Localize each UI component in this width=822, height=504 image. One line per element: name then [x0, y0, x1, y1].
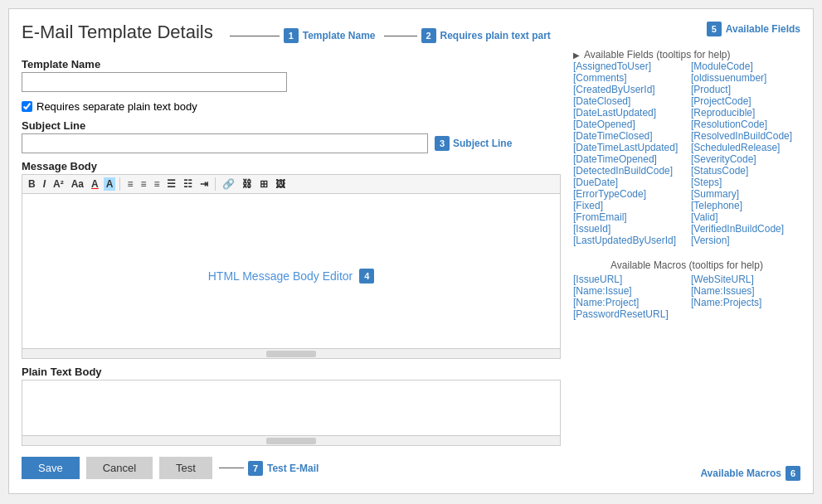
available-macros-link[interactable]: Available Macros: [700, 468, 781, 479]
toolbar-image[interactable]: 🖼: [273, 177, 288, 191]
field-DateLastUpdated[interactable]: [DateLastUpdated]: [573, 107, 683, 119]
field-DetectedInBuildCode[interactable]: [DetectedInBuildCode]: [573, 165, 683, 177]
toolbar-bold[interactable]: B: [26, 177, 38, 191]
plain-text-label: Plain Text Body: [22, 366, 561, 378]
macro-PasswordResetURL[interactable]: [PasswordResetURL]: [573, 308, 683, 320]
field-Version[interactable]: [Version]: [691, 235, 800, 246]
fields-grid: [AssignedToUser] [Comments] [CreatedByUs…: [573, 61, 800, 246]
field-AssignedToUser[interactable]: [AssignedToUser]: [573, 61, 683, 72]
toolbar-sep-1: [119, 177, 120, 191]
toolbar-fontcolor[interactable]: A: [89, 177, 101, 191]
available-fields-title: Available Fields (tooltips for help): [584, 49, 731, 61]
callout-label-5: Available Fields: [726, 23, 800, 35]
field-VerifiedInBuildCode[interactable]: [VerifiedInBuildCode]: [691, 223, 800, 235]
plain-text-checkbox[interactable]: [22, 101, 32, 112]
field-Summary[interactable]: [Summary]: [691, 188, 800, 200]
callout-badge-7: 7: [248, 461, 263, 476]
macro-NameIssues[interactable]: [Name:Issues]: [691, 285, 800, 297]
macro-NameProject[interactable]: [Name:Project]: [573, 297, 683, 308]
available-fields-section: ▶ Available Fields (tooltips for help) […: [573, 45, 800, 246]
message-body-editor[interactable]: HTML Message Body Editor 4: [22, 193, 561, 359]
template-name-input[interactable]: [22, 72, 287, 92]
toolbar-link[interactable]: 🔗: [220, 177, 237, 191]
toolbar-fontsize[interactable]: Aa: [69, 177, 86, 191]
test-button[interactable]: Test: [159, 457, 212, 479]
fields-col1: [AssignedToUser] [Comments] [CreatedByUs…: [573, 61, 683, 246]
field-FromEmail[interactable]: [FromEmail]: [573, 211, 683, 223]
callout-label-3: Subject Line: [453, 138, 512, 149]
field-Fixed[interactable]: [Fixed]: [573, 200, 683, 211]
message-body-label: Message Body: [22, 160, 561, 172]
field-IssueId[interactable]: [IssueId]: [573, 223, 683, 235]
field-Comments[interactable]: [Comments]: [573, 72, 683, 84]
toolbar-align-right[interactable]: ≡: [151, 177, 162, 191]
field-ResolvedInBuildCode[interactable]: [ResolvedInBuildCode]: [691, 130, 800, 142]
macros-col1: [IssueURL] [Name:Issue] [Name:Project] […: [573, 274, 683, 320]
callout-badge-3: 3: [435, 136, 450, 151]
callout-badge-2: 2: [421, 28, 436, 43]
field-LastUpdatedByUserId[interactable]: [LastUpdatedByUserId]: [573, 235, 683, 246]
field-ModuleCode[interactable]: [ModuleCode]: [691, 61, 800, 72]
macros-header: Available Macros (tooltips for help): [573, 259, 800, 271]
macros-grid: [IssueURL] [Name:Issue] [Name:Project] […: [573, 274, 800, 320]
field-Product[interactable]: [Product]: [691, 84, 800, 95]
scrollbar-thumb: [266, 351, 316, 357]
field-oldissuenumber[interactable]: [oldissuenumber]: [691, 72, 800, 84]
toolbar-unordered-list[interactable]: ☷: [181, 177, 195, 191]
field-Valid[interactable]: [Valid]: [691, 211, 800, 223]
macro-NameIssue[interactable]: [Name:Issue]: [573, 285, 683, 297]
callout-badge-4: 4: [359, 269, 374, 284]
field-SeverityCode[interactable]: [SeverityCode]: [691, 153, 800, 165]
field-Telephone[interactable]: [Telephone]: [691, 200, 800, 211]
subject-line-input[interactable]: [22, 133, 428, 153]
macros-col2: [WebSiteURL] [Name:Issues] [Name:Project…: [691, 274, 800, 320]
cancel-button[interactable]: Cancel: [86, 457, 153, 479]
macro-WebSiteURL[interactable]: [WebSiteURL]: [691, 274, 800, 285]
macro-NameProjects[interactable]: [Name:Projects]: [691, 297, 800, 308]
editor-placeholder-text: HTML Message Body Editor: [208, 269, 353, 283]
field-ScheduledRelease[interactable]: [ScheduledRelease]: [691, 142, 800, 153]
save-button[interactable]: Save: [22, 457, 80, 479]
available-macros-section: Available Macros (tooltips for help) [Is…: [573, 253, 800, 320]
field-ProjectCode[interactable]: [ProjectCode]: [691, 95, 800, 107]
toolbar-italic[interactable]: I: [41, 177, 48, 191]
callout-badge-5: 5: [707, 22, 722, 36]
template-name-label: Template Name: [22, 58, 561, 70]
toolbar-unlink[interactable]: ⛓: [240, 177, 255, 191]
callout-badge-1: 1: [284, 28, 299, 43]
subject-line-label: Subject Line: [22, 119, 561, 132]
toolbar-indent[interactable]: ⇥: [197, 177, 211, 191]
field-StatusCode[interactable]: [StatusCode]: [691, 165, 800, 177]
callout-badge-6: 6: [786, 466, 800, 481]
fields-col2: [ModuleCode] [oldissuenumber] [Product] …: [691, 61, 800, 246]
toolbar-sep-2: [215, 177, 216, 191]
plain-scrollbar-thumb: [266, 438, 316, 444]
toolbar-align-center[interactable]: ≡: [138, 177, 148, 191]
macro-IssueURL[interactable]: [IssueURL]: [573, 274, 683, 285]
toolbar-table[interactable]: ⊞: [257, 177, 270, 191]
field-DateTimeOpened[interactable]: [DateTimeOpened]: [573, 153, 683, 165]
field-ResolutionCode[interactable]: [ResolutionCode]: [691, 119, 800, 130]
field-Reproducible[interactable]: [Reproducible]: [691, 107, 800, 119]
checkbox-label: Requires separate plain text body: [36, 100, 197, 113]
callout-label-1: Template Name: [303, 30, 376, 41]
toolbar-highlight[interactable]: A: [104, 177, 116, 191]
field-CreatedByUserId[interactable]: [CreatedByUserId]: [573, 84, 683, 95]
field-ErrorTypeCode[interactable]: [ErrorTypeCode]: [573, 188, 683, 200]
field-DueDate[interactable]: [DueDate]: [573, 177, 683, 188]
field-Steps[interactable]: [Steps]: [691, 177, 800, 188]
toolbar-superscript[interactable]: A²: [51, 177, 66, 191]
field-DateTimeLastUpdated[interactable]: [DateTimeLastUpdated]: [573, 142, 683, 153]
toolbar-ordered-list[interactable]: ☰: [164, 177, 178, 191]
toolbar-align-left[interactable]: ≡: [124, 177, 135, 191]
field-DateTimeClosed[interactable]: [DateTimeClosed]: [573, 130, 683, 142]
editor-toolbar: B I A² Aa A A ≡ ≡ ≡ ☰ ☷ ⇥ 🔗 ⛓ ⊞ 🖼: [22, 174, 561, 193]
plain-text-editor[interactable]: [22, 380, 561, 446]
page-title: E-Mail Template Details: [22, 22, 213, 43]
field-DateOpened[interactable]: [DateOpened]: [573, 119, 683, 130]
available-fields-header: ▶ Available Fields (tooltips for help): [573, 49, 800, 61]
plain-scrollbar[interactable]: [22, 435, 560, 445]
triangle-icon: ▶: [573, 51, 580, 60]
field-DateClosed[interactable]: [DateClosed]: [573, 95, 683, 107]
editor-scrollbar[interactable]: [22, 348, 560, 358]
